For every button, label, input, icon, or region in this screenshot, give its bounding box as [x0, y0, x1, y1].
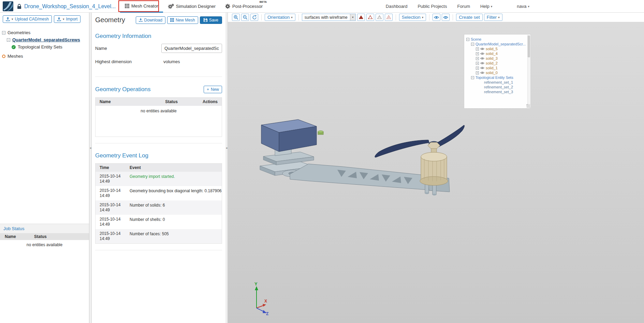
orientation-dropdown[interactable]: Orientation▾ [265, 14, 295, 21]
eye-icon[interactable] [480, 62, 484, 65]
scene-tree-solid[interactable]: + solid_4 [464, 51, 527, 56]
section-heading: Geometry Operations [95, 86, 151, 93]
nav-help[interactable]: Help▾ [480, 4, 492, 9]
scene-tree-refinement-set[interactable]: refinement_set_3 [464, 89, 527, 94]
collapse-handle-icon[interactable]: ◂ [89, 146, 92, 150]
toolbar-separator [261, 14, 262, 20]
mesh-display-surface-button[interactable] [385, 14, 393, 21]
geometry-panel: Geometry Download New Mesh Save Geometry… [92, 13, 225, 323]
tree-item-meshes[interactable]: Meshes [2, 53, 87, 60]
drone-arm-model[interactable] [257, 110, 466, 209]
scene-tree-solid[interactable]: + solid_5 [464, 46, 527, 51]
mesh-display-solid-button[interactable] [357, 14, 365, 21]
collapse-icon[interactable]: − [7, 38, 10, 42]
collapse-icon[interactable]: − [471, 76, 474, 79]
scene-tree-scrollbar[interactable] [527, 35, 530, 108]
section-heading: Geometry Information [95, 33, 222, 40]
download-button[interactable]: Download [136, 16, 165, 24]
caret-down-icon: ▾ [63, 17, 64, 21]
splitter-sidebar[interactable]: ◂ [89, 13, 92, 323]
collapse-handle-icon[interactable]: ◂ [225, 146, 228, 150]
expand-icon[interactable]: + [476, 67, 479, 70]
highest-dimension-label: Highest dimension [95, 59, 163, 64]
scene-tree-solid[interactable]: + solid_3 [464, 56, 527, 61]
scene-tree-refinement-set[interactable]: refinement_set_1 [464, 80, 527, 85]
column-time: Time [96, 165, 127, 170]
mesh-display-wireframe-button[interactable] [366, 14, 374, 21]
collapse-icon[interactable]: − [471, 43, 474, 46]
tree-item-geometries[interactable]: − Geometries [2, 29, 87, 36]
expand-icon[interactable]: + [476, 71, 479, 74]
tab-post-processor[interactable]: Post-Processor BETA [220, 0, 267, 13]
expand-icon[interactable]: + [476, 57, 479, 60]
scene-tree-solid[interactable]: + solid_2 [464, 61, 527, 66]
create-set-button[interactable]: Create set [456, 14, 483, 21]
save-button[interactable]: Save [200, 16, 222, 24]
collapse-icon[interactable]: − [2, 31, 5, 34]
tab-mesh-creator[interactable]: Mesh Creator [120, 0, 163, 13]
resize-handle[interactable] [526, 104, 530, 108]
upload-icon [6, 17, 10, 21]
zoom-in-icon [234, 15, 238, 20]
job-status-title: Job Status [0, 224, 89, 233]
filter-dropdown[interactable]: Filter▾ [484, 14, 502, 21]
select-arrow-icon: ▾ [350, 14, 355, 20]
hide-selected-button[interactable] [433, 14, 440, 21]
toolbar-separator [298, 14, 299, 20]
triangle-solid-icon [359, 15, 363, 19]
scene-tree-solid[interactable]: + solid_0 [464, 70, 527, 75]
mesh-display-points-button[interactable] [376, 14, 383, 21]
selection-dropdown[interactable]: Selection▾ [399, 14, 426, 21]
toolbar-separator [396, 14, 396, 20]
collapse-icon[interactable]: − [466, 38, 469, 41]
new-mesh-button[interactable]: New Mesh [167, 16, 198, 24]
project-title[interactable]: Drone_Workshop_Session_4_Level... [24, 3, 116, 10]
eye-icon[interactable] [480, 52, 484, 55]
panel-title: Geometry [95, 16, 125, 24]
scene-tree-solid[interactable]: + solid_1 [464, 66, 527, 70]
scene-tree-topo-sets[interactable]: − Topological Entity Sets [464, 75, 527, 80]
expand-icon[interactable]: + [476, 62, 479, 65]
eye-icon[interactable] [480, 57, 484, 60]
geometry-operations-section: Geometry Operations +New Name Status Act… [95, 86, 222, 143]
scene-tree-root[interactable]: − Scene [464, 37, 527, 42]
caret-down-icon: ▾ [498, 16, 500, 19]
expand-icon[interactable]: + [476, 52, 479, 55]
app-logo[interactable] [3, 1, 13, 11]
nav-forum[interactable]: Forum [457, 4, 470, 9]
upload-cad-button[interactable]: ▾ Upload CAD/mesh [3, 15, 52, 23]
event-log-table: Time Event 2015-10-1414:49 Geometry impo… [95, 163, 222, 244]
tab-simulation-designer[interactable]: Simulation Designer [163, 0, 220, 13]
viewport-canvas[interactable]: Y X Z − Scene − QuarterModel_separat [228, 22, 644, 323]
app-window: Drone_Workshop_Session_4_Level... Mesh C… [0, 0, 644, 323]
import-button[interactable]: ▾ Import [54, 15, 81, 23]
event-log-row: 2015-10-1414:49 Number of solids: 6 [96, 200, 222, 215]
scrollbar-thumb[interactable] [528, 36, 530, 57]
nav-public-projects[interactable]: Public Projects [418, 4, 447, 9]
tree-item-geometry[interactable]: − QuarterModel_separatedScrews [2, 36, 87, 43]
main-tabs: Mesh Creator Simulation Designer Post-Pr… [120, 0, 267, 13]
eye-icon[interactable] [480, 71, 484, 74]
nav-user-menu[interactable]: nava▾ [517, 4, 529, 9]
scene-tree-model[interactable]: − QuarterModel_separatedScr... [464, 42, 527, 46]
expand-icon[interactable]: + [476, 47, 479, 51]
geometry-name-input[interactable] [161, 44, 222, 53]
axis-triad: Y X Z [250, 281, 274, 315]
refresh-view-button[interactable] [250, 14, 258, 21]
show-all-button[interactable] [442, 14, 450, 21]
zoom-in-button[interactable] [232, 14, 240, 21]
operations-empty: no entities available [96, 106, 222, 137]
column-status: Status [34, 234, 47, 239]
scene-tree-refinement-set[interactable]: refinement_set_2 [464, 85, 527, 89]
nav-dashboard[interactable]: Dashboard [386, 4, 408, 9]
render-mode-select[interactable]: surfaces with wireframe ▾ [302, 14, 356, 21]
gear-icon [225, 4, 230, 9]
tree-item-topological-entity-sets[interactable]: ✓ Topological Entity Sets [2, 43, 87, 51]
eye-outline-icon [443, 16, 448, 19]
new-operation-button[interactable]: +New [204, 86, 222, 93]
eye-icon[interactable] [480, 67, 484, 69]
eye-icon[interactable] [480, 47, 484, 50]
caret-down-icon: ▾ [528, 5, 529, 8]
zoom-fit-button[interactable] [241, 14, 249, 21]
splitter-panel[interactable]: ◂ [225, 13, 228, 323]
